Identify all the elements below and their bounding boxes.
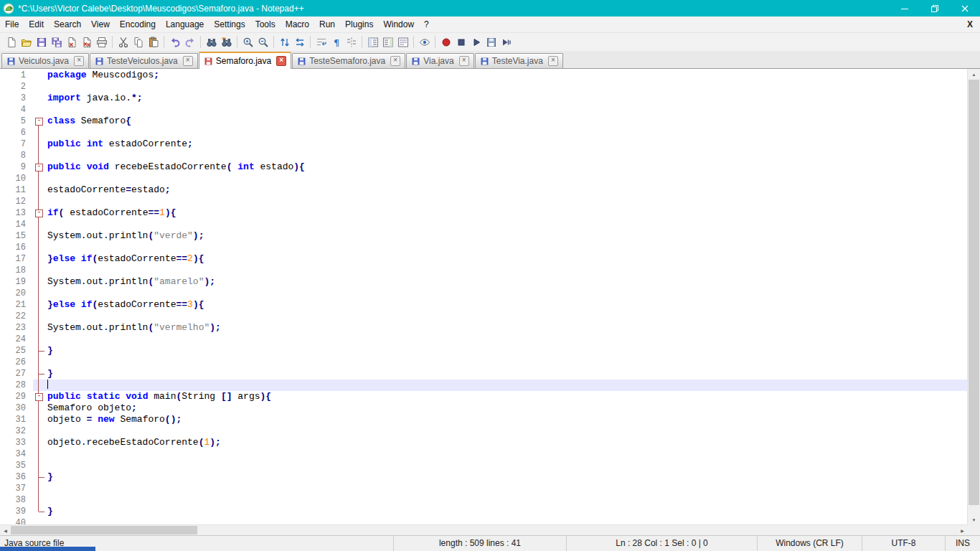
- code-text[interactable]: [44, 173, 968, 184]
- tab-testevia-java[interactable]: TesteVia.java×: [475, 53, 563, 68]
- status-eol-format[interactable]: Windows (CR LF): [757, 536, 862, 551]
- line-number-12[interactable]: 12: [0, 196, 33, 207]
- vertical-scrollbar[interactable]: ▲ ▼: [967, 69, 980, 525]
- line-number-35[interactable]: 35: [0, 460, 33, 471]
- line-number-16[interactable]: 16: [0, 242, 33, 253]
- fold-margin[interactable]: -: [33, 207, 44, 219]
- fold-collapse-icon[interactable]: -: [35, 209, 43, 217]
- code-line-11[interactable]: 11estadoCorrente=estado;: [0, 184, 968, 196]
- copy-icon[interactable]: [131, 34, 146, 50]
- code-line-39[interactable]: 39}: [0, 506, 968, 517]
- code-line-28[interactable]: 28: [0, 380, 968, 391]
- save-all-icon[interactable]: [49, 34, 64, 50]
- line-number-11[interactable]: 11: [0, 184, 33, 196]
- fold-margin[interactable]: -: [33, 391, 44, 402]
- document-map-icon[interactable]: [380, 34, 395, 50]
- menu-item-search[interactable]: Search: [49, 17, 86, 32]
- code-line-31[interactable]: 31objeto = new Semaforo();: [0, 414, 968, 425]
- code-line-1[interactable]: 1package Meuscodigos;: [0, 70, 968, 81]
- tab-via-java[interactable]: Via.java×: [406, 53, 473, 68]
- line-number-38[interactable]: 38: [0, 494, 33, 506]
- line-number-34[interactable]: 34: [0, 448, 33, 460]
- menu-item-tools[interactable]: Tools: [250, 17, 281, 32]
- code-line-26[interactable]: 26: [0, 357, 968, 368]
- line-number-36[interactable]: 36: [0, 471, 33, 483]
- menu-item-file[interactable]: File: [0, 17, 24, 32]
- line-number-32[interactable]: 32: [0, 425, 33, 437]
- code-text[interactable]: objeto = new Semaforo();: [44, 414, 968, 425]
- line-number-1[interactable]: 1: [0, 70, 33, 81]
- horizontal-scroll-thumb[interactable]: [11, 526, 197, 534]
- vertical-scroll-thumb[interactable]: [969, 80, 979, 505]
- line-number-4[interactable]: 4: [0, 104, 33, 116]
- restore-button[interactable]: [920, 0, 950, 17]
- new-file-icon[interactable]: [4, 34, 19, 50]
- code-line-35[interactable]: 35: [0, 460, 968, 471]
- horizontal-scrollbar[interactable]: ◀ ▶: [0, 524, 968, 535]
- code-line-15[interactable]: 15System.out.println("verde");: [0, 230, 968, 242]
- line-number-30[interactable]: 30: [0, 402, 33, 414]
- menu-item-help[interactable]: ?: [419, 17, 434, 32]
- code-line-5[interactable]: 5-class Semaforo{: [0, 116, 968, 127]
- code-line-21[interactable]: 21}else if(estadoCorrente==3){: [0, 299, 968, 311]
- scroll-left-arrow-icon[interactable]: ◀: [0, 525, 11, 535]
- fold-margin[interactable]: -: [33, 161, 44, 173]
- code-line-33[interactable]: 33objeto.recebeEstadoCorrente(1);: [0, 437, 968, 448]
- replace-icon[interactable]: [219, 34, 234, 50]
- line-number-23[interactable]: 23: [0, 322, 33, 334]
- tab-veiculos-java[interactable]: Veiculos.java×: [1, 53, 89, 68]
- code-line-25[interactable]: 25}: [0, 345, 968, 357]
- record-macro-icon[interactable]: [438, 34, 453, 50]
- code-text[interactable]: System.out.println("vermelho");: [44, 322, 968, 334]
- code-line-6[interactable]: 6: [0, 127, 968, 138]
- code-text[interactable]: [44, 265, 968, 276]
- code-text[interactable]: System.out.println("amarelo");: [44, 276, 968, 288]
- tab-testeveiculos-java[interactable]: TesteVeiculos.java×: [90, 53, 198, 68]
- code-text[interactable]: }: [44, 368, 968, 380]
- code-line-10[interactable]: 10: [0, 173, 968, 184]
- menu-item-macro[interactable]: Macro: [281, 17, 314, 32]
- line-number-6[interactable]: 6: [0, 127, 33, 138]
- editor[interactable]: 1package Meuscodigos;23import java.io.*;…: [0, 69, 980, 535]
- code-text[interactable]: import java.io.*;: [44, 93, 968, 104]
- code-text[interactable]: [44, 357, 968, 368]
- code-text[interactable]: public static void main(String [] args){: [44, 391, 968, 402]
- menu-item-edit[interactable]: Edit: [24, 17, 49, 32]
- line-number-5[interactable]: 5: [0, 116, 33, 127]
- code-line-34[interactable]: 34: [0, 448, 968, 460]
- cut-icon[interactable]: [116, 34, 131, 50]
- print-icon[interactable]: [94, 34, 109, 50]
- line-number-19[interactable]: 19: [0, 276, 33, 288]
- sync-vertical-icon[interactable]: [277, 34, 292, 50]
- code-line-9[interactable]: 9-public void recebeEstadoCorrente( int …: [0, 161, 968, 173]
- menu-item-plugins[interactable]: Plugins: [340, 17, 378, 32]
- code-line-29[interactable]: 29-public static void main(String [] arg…: [0, 391, 968, 402]
- line-number-29[interactable]: 29: [0, 391, 33, 402]
- code-text[interactable]: [44, 334, 968, 345]
- code-line-36[interactable]: 36}: [0, 471, 968, 483]
- line-number-8[interactable]: 8: [0, 150, 33, 161]
- line-number-15[interactable]: 15: [0, 230, 33, 242]
- code-text[interactable]: class Semaforo{: [44, 116, 968, 127]
- code-text[interactable]: }else if(estadoCorrente==3){: [44, 299, 968, 311]
- code-line-8[interactable]: 8: [0, 150, 968, 161]
- code-text[interactable]: System.out.println("verde");: [44, 230, 968, 242]
- indent-guide-icon[interactable]: [344, 34, 359, 50]
- code-text[interactable]: package Meuscodigos;: [44, 70, 968, 81]
- code-text[interactable]: }: [44, 345, 968, 357]
- line-number-21[interactable]: 21: [0, 299, 33, 311]
- fold-collapse-icon[interactable]: -: [35, 118, 43, 126]
- scroll-right-arrow-icon[interactable]: ▶: [957, 525, 968, 535]
- menu-item-view[interactable]: View: [86, 17, 115, 32]
- code-text[interactable]: [44, 380, 968, 391]
- line-number-9[interactable]: 9: [0, 161, 33, 173]
- code-line-20[interactable]: 20: [0, 288, 968, 299]
- line-number-27[interactable]: 27: [0, 368, 33, 380]
- status-insert-mode[interactable]: INS: [945, 536, 980, 551]
- function-list-icon[interactable]: [365, 34, 380, 50]
- code-text[interactable]: [44, 494, 968, 506]
- code-line-24[interactable]: 24: [0, 334, 968, 345]
- menu-item-run[interactable]: Run: [314, 17, 340, 32]
- fold-margin[interactable]: -: [33, 116, 44, 127]
- code-line-27[interactable]: 27}: [0, 368, 968, 380]
